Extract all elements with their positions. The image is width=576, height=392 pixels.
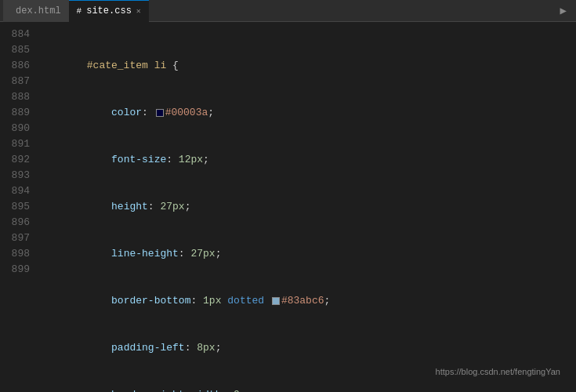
line-num: 884 [0,27,30,42]
line-num: 899 [0,262,30,278]
code-line-889: line-height: 27px; [50,230,576,278]
line-num: 896 [0,215,30,230]
tab-site-css[interactable]: # site.css ✕ [69,0,149,22]
tab-close-icon[interactable]: ✕ [136,6,141,16]
line-num: 888 [0,89,30,105]
line-num: 885 [0,42,30,58]
editor-area: 884 885 886 887 888 889 890 891 892 893 … [0,22,576,392]
code-line-886: color: #00003a; [50,89,576,136]
code-line-890: border-bottom: 1px dotted #83abc6; [50,278,576,325]
line-num: 893 [0,168,30,183]
tab-bar: dex.html # site.css ✕ ▶ [0,0,576,22]
line-num: 889 [0,105,30,121]
line-num: 890 [0,121,30,136]
line-num: 887 [0,74,30,89]
tab-dex-html-label: dex.html [16,5,61,16]
code-line-887: font-size: 12px; [50,136,576,183]
line-num: 886 [0,58,30,74]
line-num: 892 [0,152,30,168]
tab-dex-html[interactable]: dex.html [3,0,69,22]
line-num: 894 [0,183,30,199]
tab-site-css-label: site.css [86,5,132,16]
line-num: 891 [0,136,30,152]
code-line-891: padding-left: 8px; [50,325,576,372]
tab-site-css-hash: # [77,6,82,16]
run-button[interactable]: ▶ [554,4,573,17]
watermark: https://blog.csdn.net/fengtingYan [436,367,560,376]
code-line-884 [50,27,576,42]
code-content[interactable]: #cate_item li { color: #00003a; font-siz… [38,22,576,392]
line-numbers: 884 885 886 887 888 889 890 891 892 893 … [0,22,38,392]
code-line-885: #cate_item li { [50,42,576,89]
line-num: 898 [0,246,30,262]
line-num: 895 [0,199,30,215]
line-num: 897 [0,230,30,246]
code-line-888: height: 27px; [50,183,576,230]
